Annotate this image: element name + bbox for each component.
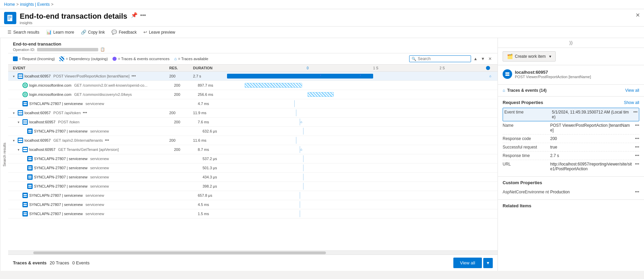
copy-op-id-icon[interactable]: 📋 bbox=[100, 47, 105, 52]
custom-prop-more-button[interactable]: ••• bbox=[632, 190, 639, 194]
globe-icon bbox=[22, 92, 28, 97]
table-row[interactable]: SYNCLAPN-27807 | servicenew servicenew 5… bbox=[8, 163, 498, 173]
bottom-label: Traces & events bbox=[13, 260, 47, 265]
traces-header: ⌂ Traces & events (14) View all bbox=[503, 88, 639, 93]
table-row[interactable]: login.microsoftonline.com GET /common/v2… bbox=[8, 81, 498, 90]
svg-rect-16 bbox=[18, 139, 22, 140]
table-row[interactable]: SYNCLAPN-27807 | servicenew servicenew 6… bbox=[8, 191, 498, 200]
custom-props-title: Custom Properties bbox=[503, 180, 639, 185]
table-row[interactable]: ▾ localhost:60957 GET /api/v2.0/internal… bbox=[8, 136, 498, 145]
create-work-item-button[interactable]: 🗂️ Create work item ▾ bbox=[503, 51, 556, 62]
event-name: localhost:60957 bbox=[24, 74, 51, 78]
event-more-button[interactable]: ••• bbox=[104, 138, 110, 143]
db-icon bbox=[22, 193, 28, 198]
copy-link-button[interactable]: 🔗 Copy link bbox=[77, 28, 108, 36]
svg-rect-28 bbox=[23, 194, 27, 195]
search-up-button[interactable]: ▲ bbox=[472, 56, 478, 62]
right-panel-toggle[interactable]: ⟩⟩ bbox=[498, 38, 644, 48]
prop-more-button[interactable]: ••• bbox=[632, 136, 639, 141]
event-name-cell: SYNCLAPN-27807 | servicenew servicenew bbox=[22, 156, 179, 161]
prop-more-button[interactable]: ••• bbox=[632, 153, 639, 158]
leave-preview-button[interactable]: ↩ Leave preview bbox=[140, 28, 178, 36]
search-results-label[interactable]: Search results bbox=[0, 38, 8, 271]
prop-more-button[interactable]: ••• bbox=[632, 123, 639, 128]
traces-view-all-link[interactable]: View all bbox=[625, 88, 639, 93]
event-action: GET /common/discovery/v2.0/keys bbox=[74, 92, 132, 97]
prop-row[interactable]: Response time 2.7 s ••• bbox=[503, 152, 639, 160]
toolbar: ☰ Search results 📊 Learn more 🔗 Copy lin… bbox=[0, 27, 644, 38]
legend-dependency: = Dependency (outgoing) bbox=[59, 56, 108, 61]
event-more-button[interactable]: ••• bbox=[131, 74, 137, 79]
event-name: SYNCLAPN-27807 | servicenew bbox=[29, 102, 83, 106]
prop-row[interactable]: Event time 5/1/2024, 11:45:39.1500712 AM… bbox=[503, 108, 639, 121]
bottom-bar: Traces & events 20 Traces 0 Events View … bbox=[8, 255, 498, 271]
legend-traces: = Traces & events occurrences bbox=[112, 57, 169, 61]
table-row[interactable]: ▾ localhost:60957 GET Tenants/GetTenant … bbox=[8, 145, 498, 154]
table-row[interactable]: SYNCLAPN-27807 | servicenew servicenew 4… bbox=[8, 173, 498, 182]
prop-row[interactable]: Successful request true ••• bbox=[503, 143, 639, 152]
duration-cell: 7.6 ms bbox=[198, 120, 232, 124]
expand-icon[interactable]: ▾ bbox=[18, 120, 21, 124]
close-icon[interactable]: ✕ bbox=[636, 12, 640, 18]
table-row[interactable]: ▾ localhost:60957 POST Viewer/PostReport… bbox=[8, 72, 498, 81]
prop-value: true bbox=[550, 145, 632, 150]
event-action: servicenew bbox=[86, 203, 104, 207]
custom-prop-row: AspNetCoreEnvironme nt Production ••• bbox=[503, 188, 639, 196]
res-cell: 200 bbox=[174, 147, 198, 152]
prop-row[interactable]: Response code 200 ••• bbox=[503, 135, 639, 143]
more-icon[interactable]: ••• bbox=[140, 12, 146, 18]
server-icon bbox=[18, 73, 23, 79]
page-icon bbox=[4, 12, 16, 24]
svg-rect-14 bbox=[28, 130, 32, 131]
prop-more-button[interactable]: ••• bbox=[632, 162, 639, 167]
server-icon bbox=[18, 110, 23, 116]
learn-more-button[interactable]: 📊 Learn more bbox=[43, 28, 77, 36]
table-row[interactable]: SYNCLAPN-27807 | servicenew servicenew 5… bbox=[8, 154, 498, 163]
table-row[interactable]: ▾ localhost:60957 POST /api/token ••• 20… bbox=[8, 108, 498, 118]
search-input[interactable] bbox=[418, 56, 469, 61]
duration-cell: 657.8 μs bbox=[198, 193, 232, 197]
svg-rect-21 bbox=[28, 159, 32, 160]
db-icon bbox=[27, 174, 33, 180]
prop-value: 2.7 s bbox=[550, 153, 632, 158]
prop-row[interactable]: URL http://localhost:60957/reporting/vie… bbox=[503, 160, 639, 173]
event-name-cell: SYNCLAPN-27807 | servicenew servicenew bbox=[18, 193, 174, 198]
expand-icon[interactable]: ▾ bbox=[13, 111, 16, 115]
search-close-button[interactable]: ✕ bbox=[487, 56, 493, 62]
prop-more-button[interactable]: ••• bbox=[632, 145, 639, 150]
prop-more-button[interactable]: ••• bbox=[631, 110, 638, 115]
event-name: SYNCLAPN-27807 | servicenew bbox=[29, 212, 83, 216]
prop-value: 200 bbox=[550, 136, 632, 141]
prop-row[interactable]: Name POST Viewer/PostReportAction [tenan… bbox=[503, 121, 639, 135]
table-row[interactable]: SYNCLAPN-27807 | servicenew servicenew 4… bbox=[8, 99, 498, 108]
expand-icon[interactable]: ▾ bbox=[13, 74, 16, 78]
horizontal-scrollbar[interactable] bbox=[8, 250, 498, 255]
table-row[interactable]: login.microsoftonline.com GET /common/di… bbox=[8, 90, 498, 99]
event-more-button[interactable]: ••• bbox=[82, 110, 88, 115]
view-all-button[interactable]: View all bbox=[453, 258, 482, 268]
pin-icon[interactable]: 📌 bbox=[131, 12, 138, 18]
expand-icon[interactable]: ▾ bbox=[13, 139, 16, 142]
duration-cell: 434.3 μs bbox=[203, 175, 237, 179]
table-row[interactable]: SYNCLAPN-27807 | servicenew servicenew 1… bbox=[8, 209, 498, 219]
breadcrumb-sep2: > bbox=[51, 2, 53, 7]
expand-icon[interactable]: ▾ bbox=[18, 148, 21, 152]
table-row[interactable]: SYNCLAPN-27807 | servicenew servicenew 4… bbox=[8, 200, 498, 209]
right-panel: ⟩⟩ 🗂️ Create work item ▾ loca bbox=[498, 38, 644, 271]
table-row[interactable]: SYNCLAPN-27807 | servicenew servicenew 3… bbox=[8, 182, 498, 191]
event-name-cell: ▾ localhost:60957 POST Viewer/PostReport… bbox=[13, 73, 169, 79]
breadcrumb-insights[interactable]: insights | Events bbox=[20, 2, 50, 7]
show-all-link[interactable]: Show all bbox=[624, 100, 639, 105]
collapse-button[interactable]: ▼ bbox=[483, 258, 493, 268]
breadcrumb-home[interactable]: Home bbox=[4, 2, 15, 7]
search-down-button[interactable]: ▼ bbox=[480, 56, 486, 62]
event-name-cell: SYNCLAPN-27807 | servicenew servicenew bbox=[18, 101, 174, 106]
table-row[interactable]: ▾ localhost:60957 POST /token 200 7.6 ms… bbox=[8, 118, 498, 127]
db-icon bbox=[27, 165, 33, 171]
search-results-button[interactable]: ☰ Search results bbox=[4, 28, 43, 36]
globe-icon bbox=[22, 83, 28, 88]
event-name-cell: SYNCLAPN-27807 | servicenew servicenew bbox=[22, 165, 179, 171]
table-row[interactable]: SYNCLAPN-27807 | servicenew servicenew 6… bbox=[8, 127, 498, 136]
feedback-button[interactable]: 💬 Feedback bbox=[108, 28, 140, 36]
page-title: End-to-end transaction details bbox=[20, 12, 127, 21]
